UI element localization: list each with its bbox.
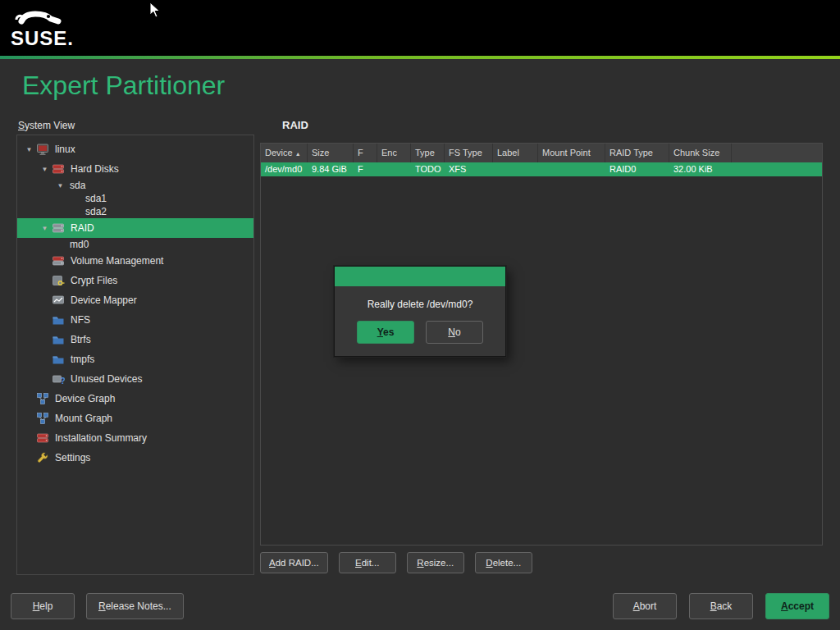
- cell-label: [493, 162, 538, 176]
- tree-item-sda1[interactable]: sda1: [17, 192, 253, 205]
- expander-icon[interactable]: ▼: [22, 146, 36, 153]
- tree-item-hard-disks[interactable]: ▼Hard Disks: [17, 159, 253, 179]
- release-notes-button[interactable]: Release Notes...: [86, 593, 184, 619]
- tree-item-sda[interactable]: ▼sda: [17, 179, 253, 192]
- tree-item-label: Mount Graph: [52, 413, 112, 424]
- sort-asc-icon: ▲: [295, 151, 301, 157]
- resize-button[interactable]: Resize...: [407, 552, 464, 573]
- tree-item-label: RAID: [68, 222, 94, 234]
- tree-item-volume-management[interactable]: Volume Management: [17, 251, 253, 271]
- raid-section-title: RAID: [260, 119, 308, 131]
- tree-item-label: Hard Disks: [68, 163, 119, 175]
- tree-item-device-mapper[interactable]: Device Mapper: [17, 290, 253, 310]
- column-header-device[interactable]: Device▲: [261, 144, 308, 162]
- tree-item-unused-devices[interactable]: ?Unused Devices: [17, 369, 253, 389]
- dialog-buttons: Yes No: [335, 321, 505, 356]
- table-row-dev-md0[interactable]: /dev/md09.84 GiBFTODOXFSRAID032.00 KiB: [261, 162, 822, 176]
- tree-item-tmpfs[interactable]: tmpfs: [17, 349, 253, 369]
- raid-actions: Add RAID...Edit...Resize...Delete...: [260, 552, 532, 573]
- header-accent-stripe: [0, 56, 840, 59]
- svg-text:?: ?: [61, 377, 66, 386]
- expander-icon[interactable]: ▼: [53, 182, 67, 189]
- mouse-cursor: [149, 2, 161, 18]
- tree-item-label: tmpfs: [68, 354, 94, 365]
- system-view-label: System View: [18, 120, 75, 131]
- footer-left-buttons: HelpRelease Notes...: [11, 593, 184, 619]
- tree-item-label: Device Mapper: [68, 294, 137, 306]
- tree-item-label: sda1: [83, 193, 107, 204]
- table-body: /dev/md09.84 GiBFTODOXFSRAID032.00 KiB: [261, 162, 822, 176]
- volume-management-icon: [52, 254, 68, 267]
- back-button[interactable]: Back: [689, 593, 753, 619]
- folder-icon: [52, 333, 68, 346]
- dialog-titlebar[interactable]: [335, 267, 505, 286]
- footer-right-buttons: AbortBackAccept: [613, 593, 829, 619]
- cell-mount-point: [538, 162, 605, 176]
- confirm-delete-dialog: Really delete /dev/md0? Yes No: [334, 266, 506, 357]
- tree-item-label: Unused Devices: [68, 373, 142, 385]
- column-header-raid-type[interactable]: RAID Type: [605, 144, 669, 162]
- column-header-size[interactable]: Size: [308, 144, 354, 162]
- help-button[interactable]: Help: [11, 593, 75, 619]
- tree-item-device-graph[interactable]: Device Graph: [17, 389, 253, 409]
- tree-item-raid[interactable]: ▼RAID: [17, 218, 253, 238]
- tree-item-nfs[interactable]: NFS: [17, 310, 253, 330]
- device-graph-icon: [36, 392, 52, 405]
- dialog-message: Really delete /dev/md0?: [335, 286, 505, 321]
- column-header-f[interactable]: F: [354, 144, 377, 162]
- computer-icon: [36, 143, 52, 156]
- tree-item-label: sda2: [83, 206, 107, 217]
- delete-button[interactable]: Delete...: [475, 552, 532, 573]
- hard-disks-icon: [52, 162, 68, 176]
- settings-icon: [36, 451, 52, 464]
- tree-item-linux[interactable]: ▼linux: [17, 139, 253, 159]
- tree-item-label: sda: [67, 180, 85, 191]
- tree-item-btrfs[interactable]: Btrfs: [17, 330, 253, 349]
- suse-chameleon-icon: [11, 4, 70, 29]
- tree-item-label: linux: [52, 144, 75, 155]
- mount-graph-icon: [36, 412, 52, 425]
- tree-item-installation-summary[interactable]: Installation Summary: [17, 428, 253, 448]
- expander-icon[interactable]: ▼: [38, 225, 52, 232]
- tree-item-settings[interactable]: Settings: [17, 448, 253, 468]
- column-header-type[interactable]: Type: [411, 144, 445, 162]
- tree-item-mount-graph[interactable]: Mount Graph: [17, 409, 253, 428]
- column-header-label[interactable]: Label: [493, 144, 538, 162]
- tree-item-label: Device Graph: [52, 393, 115, 404]
- column-header-enc[interactable]: Enc: [377, 144, 411, 162]
- abort-button[interactable]: Abort: [613, 593, 677, 619]
- raid-icon: [52, 221, 68, 235]
- cell-f: F: [354, 162, 377, 176]
- folder-icon: [52, 313, 68, 326]
- page-title: Expert Partitioner: [22, 71, 225, 101]
- no-button[interactable]: No: [426, 321, 483, 344]
- expander-icon[interactable]: ▼: [38, 166, 52, 173]
- installation-summary-icon: [36, 431, 52, 445]
- tree-item-sda2[interactable]: sda2: [17, 205, 253, 218]
- column-header-mount-point[interactable]: Mount Point: [538, 144, 605, 162]
- column-header-chunk-size[interactable]: Chunk Size: [669, 144, 732, 162]
- tree-item-label: md0: [67, 239, 89, 250]
- add-raid-button[interactable]: Add RAID...: [260, 552, 328, 573]
- cell-enc: [377, 162, 411, 176]
- cell-chunk-size: 32.00 KiB: [669, 162, 732, 176]
- unused-devices-icon: ?: [52, 372, 68, 386]
- raid-section-label: RAID: [282, 119, 308, 131]
- tree-item-label: Installation Summary: [52, 432, 147, 444]
- cell-device: /dev/md0: [261, 162, 308, 176]
- tree-item-crypt-files[interactable]: Crypt Files: [17, 271, 253, 290]
- column-header-fs-type[interactable]: FS Type: [445, 144, 493, 162]
- edit-button[interactable]: Edit...: [339, 552, 396, 573]
- system-view-tree: ▼linux▼Hard Disks▼sdasda1sda2▼RAIDmd0Vol…: [16, 135, 254, 575]
- folder-icon: [52, 353, 68, 366]
- crypt-files-icon: [52, 274, 68, 287]
- tree-item-md0[interactable]: md0: [17, 238, 253, 251]
- suse-header-bar: SUSE.: [0, 0, 840, 56]
- tree-item-label: NFS: [68, 314, 90, 326]
- device-mapper-icon: [52, 294, 68, 307]
- accept-button[interactable]: Accept: [765, 593, 829, 619]
- tree-item-label: Crypt Files: [68, 275, 117, 286]
- suse-logo-text: SUSE.: [11, 27, 74, 50]
- cell-size: 9.84 GiB: [308, 162, 354, 176]
- yes-button[interactable]: Yes: [357, 321, 414, 344]
